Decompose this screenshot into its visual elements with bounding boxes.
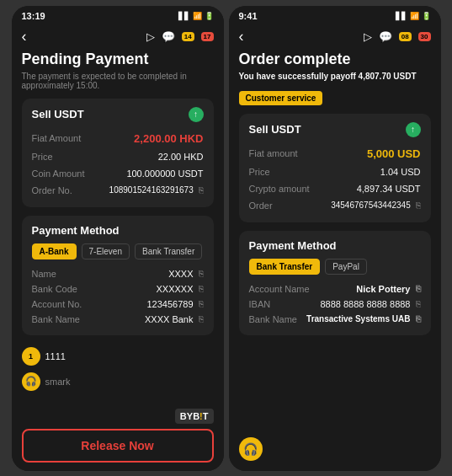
fiat-value: 2,200.00 HKD bbox=[134, 132, 203, 145]
pm-name-value: XXXX ⎘ bbox=[168, 269, 203, 279]
tab-a-bank[interactable]: A-Bank bbox=[32, 243, 77, 259]
pm-bankname-row: Bank Name XXXX Bank ⎘ bbox=[32, 312, 204, 327]
release-now-button[interactable]: Release Now bbox=[22, 429, 214, 463]
tabs-1: A-Bank 7-Eleven Bank Transfer bbox=[32, 243, 204, 259]
crypto-label: Crypto amount bbox=[249, 184, 310, 194]
iban-row: IBAN 8888 8888 8888 8888 ⎘ bbox=[249, 297, 421, 312]
back-button-2[interactable]: ‹ bbox=[239, 28, 244, 45]
copy-order-icon[interactable]: ⎘ bbox=[199, 185, 204, 195]
tab-7eleven[interactable]: 7-Eleven bbox=[82, 243, 130, 259]
battery-icon-1: 🔋 bbox=[205, 12, 214, 20]
sell-header-2: Sell USDT bbox=[249, 122, 421, 137]
status-icons-2: ▋▋ 📶 🔋 bbox=[396, 12, 431, 20]
price-value-1: 22.00 HKD bbox=[158, 152, 204, 162]
signal-icon-1: ▋▋ bbox=[178, 12, 190, 20]
status-bar-1: 13:19 ▋▋ 📶 🔋 bbox=[12, 6, 224, 24]
bank-name-value-2: Transactive Systems UAB ⎘ bbox=[306, 314, 420, 324]
play-icon-1[interactable]: ▷ bbox=[146, 30, 155, 43]
float-headset-2[interactable]: 🎧 bbox=[239, 437, 263, 461]
nav-icons-2: ▷ 💬 08 30 bbox=[364, 30, 431, 43]
fiat-value-2: 5,000 USD bbox=[367, 147, 421, 160]
order-value-2: 34546767543442345 ⎘ bbox=[331, 201, 420, 210]
pm-bankcode-label: Bank Code bbox=[32, 284, 77, 294]
account-name-value: Nick Pottery ⎘ bbox=[356, 284, 420, 294]
status-icons-1: ▋▋ 📶 🔋 bbox=[178, 12, 214, 20]
user-info-row: 1 1111 bbox=[22, 344, 214, 369]
price-value-2: 1.04 USD bbox=[380, 167, 421, 177]
coin-label: Coin Amount bbox=[32, 168, 85, 179]
page-title-2: Order complete bbox=[239, 51, 431, 68]
sell-title-2: Sell USDT bbox=[249, 123, 301, 136]
copy-bankcode-icon[interactable]: ⎘ bbox=[199, 284, 204, 293]
price-row-2: Price 1.04 USD bbox=[249, 163, 421, 180]
page-content-2: Order complete You have successfully pay… bbox=[229, 51, 441, 432]
sell-section-1: Sell USDT Fiat Amount 2,200.00 HKD Price… bbox=[22, 99, 214, 207]
pm-bankname-value: XXXX Bank ⎘ bbox=[145, 314, 203, 324]
coin-amount-row: Coin Amount 100.000000 USDT bbox=[32, 165, 204, 182]
order-no-row: Order No. 108901524163291673 ⎘ bbox=[32, 182, 204, 199]
pm-title-1: Payment Method bbox=[32, 224, 204, 237]
pm-name-label: Name bbox=[32, 269, 56, 279]
tabs-2: Bank Transfer PayPal bbox=[249, 259, 421, 275]
copy-iban-icon[interactable]: ⎘ bbox=[416, 299, 421, 308]
pm-bankcode-value: XXXXXX ⎘ bbox=[156, 284, 203, 294]
signal-icon-2: ▋▋ bbox=[396, 12, 407, 20]
payment-method-1: Payment Method A-Bank 7-Eleven Bank Tran… bbox=[22, 216, 214, 335]
sell-title-1: Sell USDT bbox=[32, 108, 84, 120]
account-name-row: Account Name Nick Pottery ⎘ bbox=[249, 281, 421, 297]
order-label-2: Order bbox=[249, 201, 273, 211]
time-1: 13:19 bbox=[22, 11, 45, 21]
pm-accountno-value: 123456789 ⎘ bbox=[146, 299, 203, 309]
page-subtitle-1: The payment is expected to be completed … bbox=[22, 72, 214, 90]
crypto-amount-row: Crypto amount 4,897.34 USDT bbox=[249, 180, 421, 197]
price-row-1: Price 22.00 HKD bbox=[32, 148, 204, 165]
coin-value: 100.000000 USDT bbox=[126, 168, 203, 179]
bybit-logo-1: BYB!T bbox=[175, 409, 214, 424]
phone-pending-payment: 13:19 ▋▋ 📶 🔋 ‹ ▷ 💬 14 17 Pending Payment… bbox=[12, 6, 224, 471]
pm-bankcode-row: Bank Code XXXXXX ⎘ bbox=[32, 281, 204, 297]
sell-section-2: Sell USDT Fiat amount 5,000 USD Price 1.… bbox=[239, 114, 431, 222]
price-label-2: Price bbox=[249, 167, 270, 177]
iban-value: 8888 8888 8888 8888 ⎘ bbox=[320, 299, 420, 309]
tab-paypal[interactable]: PayPal bbox=[325, 259, 367, 275]
tab-bank-transfer-2[interactable]: Bank Transfer bbox=[249, 259, 321, 275]
time-2: 9:41 bbox=[239, 11, 258, 21]
chat-icon-2[interactable]: 💬 bbox=[379, 30, 392, 43]
username-1: 1111 bbox=[45, 351, 66, 361]
bottom-bar-1: BYB!T Release Now bbox=[12, 404, 224, 471]
back-button-1[interactable]: ‹ bbox=[22, 28, 27, 45]
green-dot-2 bbox=[406, 122, 421, 137]
bank-name-row-2: Bank Name Transactive Systems UAB ⎘ bbox=[249, 312, 421, 327]
badge-4: 30 bbox=[418, 32, 431, 41]
headset-icon-1[interactable]: 🎧 bbox=[22, 372, 40, 391]
user-avatar-1: 1 bbox=[22, 347, 40, 366]
pm-title-2: Payment Method bbox=[249, 239, 421, 252]
copy-account-name-icon[interactable]: ⎘ bbox=[416, 284, 421, 293]
pm-accountno-label: Account No. bbox=[32, 299, 82, 309]
bottom-bar-2: 🎧 bbox=[229, 432, 441, 471]
copy-order-icon-2[interactable]: ⎘ bbox=[416, 201, 421, 210]
copy-bankname-icon[interactable]: ⎘ bbox=[199, 314, 204, 324]
payment-method-2: Payment Method Bank Transfer PayPal Acco… bbox=[239, 231, 431, 335]
pm-name-row: Name XXXX ⎘ bbox=[32, 266, 204, 281]
copy-bank-name-icon-2[interactable]: ⎘ bbox=[416, 314, 421, 324]
tab-bank-transfer-1[interactable]: Bank Transfer bbox=[135, 243, 202, 259]
fiat-amount-row: Fiat Amount 2,200.00 HKD bbox=[32, 129, 204, 148]
fiat-label: Fiat Amount bbox=[32, 133, 82, 143]
copy-accountno-icon[interactable]: ⎘ bbox=[199, 299, 204, 308]
battery-icon-2: 🔋 bbox=[422, 12, 431, 20]
smark-label: smark bbox=[45, 377, 71, 387]
chat-icon-1[interactable]: 💬 bbox=[162, 30, 175, 43]
wifi-icon-1: 📶 bbox=[193, 12, 202, 20]
payoff-amount: 4,807.70 USDT bbox=[359, 72, 417, 81]
copy-name-icon[interactable]: ⎘ bbox=[199, 269, 204, 278]
order-row-2: Order 34546767543442345 ⎘ bbox=[249, 197, 421, 214]
page-content-1: Pending Payment The payment is expected … bbox=[12, 51, 224, 404]
customer-service-btn[interactable]: Customer service bbox=[239, 91, 323, 105]
play-icon-2[interactable]: ▷ bbox=[364, 30, 372, 43]
badge-1: 14 bbox=[182, 32, 194, 41]
green-dot-1 bbox=[189, 107, 204, 122]
order-no-label: Order No. bbox=[32, 185, 72, 195]
nav-icons-1: ▷ 💬 14 17 bbox=[146, 30, 214, 43]
phone-order-complete: 9:41 ▋▋ 📶 🔋 ‹ ▷ 💬 08 30 Order complete Y… bbox=[229, 6, 441, 471]
